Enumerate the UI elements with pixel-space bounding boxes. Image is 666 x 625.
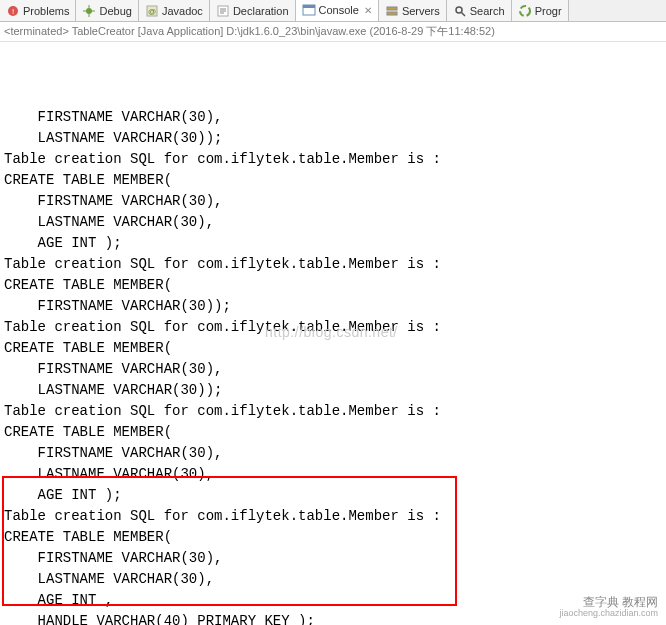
console-line: Table creation SQL for com.iflytek.table… — [0, 149, 666, 170]
console-status-line: <terminated> TableCreator [Java Applicat… — [0, 22, 666, 42]
tab-label: Javadoc — [162, 5, 203, 17]
tab-label: Debug — [99, 5, 131, 17]
search-icon — [453, 4, 467, 18]
console-output: http://blog.csdn.net/ FIRSTNAME VARCHAR(… — [0, 42, 666, 625]
console-line: FIRSTNAME VARCHAR(30), — [0, 443, 666, 464]
tab-progr[interactable]: Progr — [512, 0, 569, 22]
svg-text:!: ! — [12, 7, 14, 16]
progress-icon — [518, 4, 532, 18]
tab-search[interactable]: Search — [447, 0, 512, 22]
tab-problems[interactable]: !Problems — [0, 0, 76, 22]
svg-rect-16 — [387, 12, 397, 15]
console-line: AGE INT ); — [0, 485, 666, 506]
tab-declaration[interactable]: Declaration — [210, 0, 296, 22]
console-line: FIRSTNAME VARCHAR(30), — [0, 548, 666, 569]
console-line: LASTNAME VARCHAR(30)); — [0, 380, 666, 401]
tab-debug[interactable]: Debug — [76, 0, 138, 22]
console-line: LASTNAME VARCHAR(30)); — [0, 128, 666, 149]
close-icon[interactable]: ✕ — [364, 5, 372, 16]
tab-label: Declaration — [233, 5, 289, 17]
servers-icon — [385, 4, 399, 18]
console-line: LASTNAME VARCHAR(30), — [0, 464, 666, 485]
declaration-icon — [216, 4, 230, 18]
svg-rect-14 — [303, 5, 315, 8]
console-line: FIRSTNAME VARCHAR(30), — [0, 359, 666, 380]
footer-watermark: 查字典 教程网 jiaocheng.chazidian.com — [559, 596, 658, 619]
tab-console[interactable]: Console✕ — [296, 0, 379, 22]
debug-icon — [82, 4, 96, 18]
svg-text:@: @ — [148, 7, 156, 16]
console-icon — [302, 3, 316, 17]
console-line: Table creation SQL for com.iflytek.table… — [0, 317, 666, 338]
console-line: CREATE TABLE MEMBER( — [0, 338, 666, 359]
tab-label: Servers — [402, 5, 440, 17]
console-line: Table creation SQL for com.iflytek.table… — [0, 506, 666, 527]
tab-label: Progr — [535, 5, 562, 17]
svg-point-17 — [456, 7, 462, 13]
console-line: FIRSTNAME VARCHAR(30), — [0, 191, 666, 212]
console-line: CREATE TABLE MEMBER( — [0, 422, 666, 443]
svg-point-19 — [520, 6, 530, 16]
tab-label: Search — [470, 5, 505, 17]
svg-point-2 — [86, 8, 92, 14]
svg-rect-15 — [387, 7, 397, 10]
tab-label: Problems — [23, 5, 69, 17]
console-line: LASTNAME VARCHAR(30), — [0, 569, 666, 590]
console-line: LASTNAME VARCHAR(30), — [0, 212, 666, 233]
console-line: Table creation SQL for com.iflytek.table… — [0, 254, 666, 275]
view-tab-bar: !ProblemsDebug@JavadocDeclarationConsole… — [0, 0, 666, 22]
tab-javadoc[interactable]: @Javadoc — [139, 0, 210, 22]
tab-servers[interactable]: Servers — [379, 0, 447, 22]
svg-line-18 — [461, 12, 465, 16]
console-line: CREATE TABLE MEMBER( — [0, 170, 666, 191]
console-line: CREATE TABLE MEMBER( — [0, 527, 666, 548]
console-line: FIRSTNAME VARCHAR(30)); — [0, 296, 666, 317]
problems-icon: ! — [6, 4, 20, 18]
console-line: AGE INT ); — [0, 233, 666, 254]
console-line: CREATE TABLE MEMBER( — [0, 275, 666, 296]
console-line: Table creation SQL for com.iflytek.table… — [0, 401, 666, 422]
tab-label: Console — [319, 4, 359, 16]
console-line: FIRSTNAME VARCHAR(30), — [0, 107, 666, 128]
javadoc-icon: @ — [145, 4, 159, 18]
